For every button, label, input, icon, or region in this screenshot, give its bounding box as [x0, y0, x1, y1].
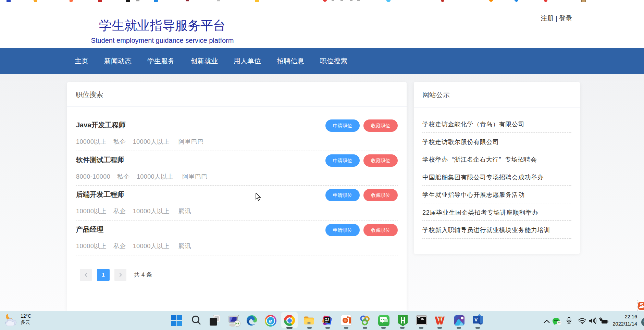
svg-text:IJ: IJ [325, 318, 329, 322]
